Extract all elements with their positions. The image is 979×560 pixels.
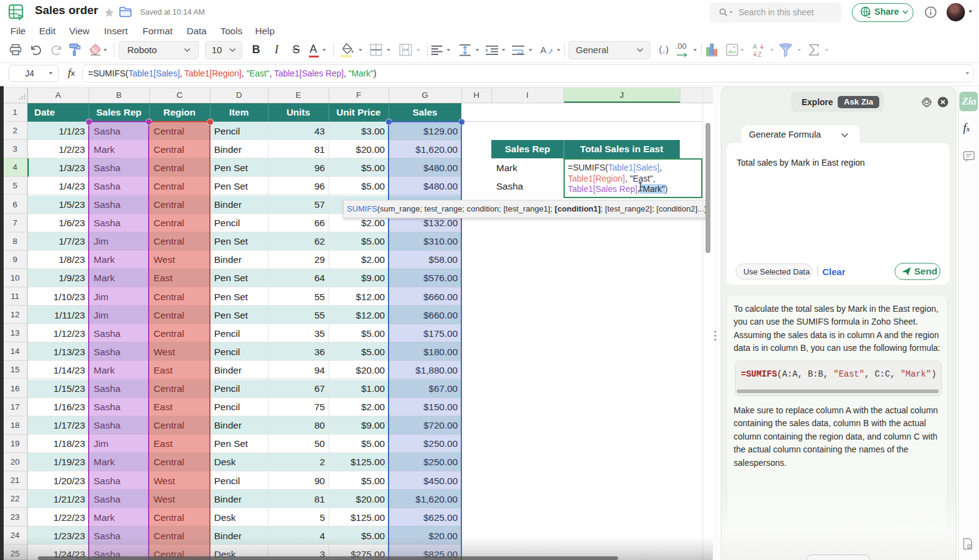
svg-text:Z: Z: [758, 51, 762, 58]
svg-text:A: A: [753, 43, 758, 50]
svg-text:A: A: [540, 45, 546, 55]
